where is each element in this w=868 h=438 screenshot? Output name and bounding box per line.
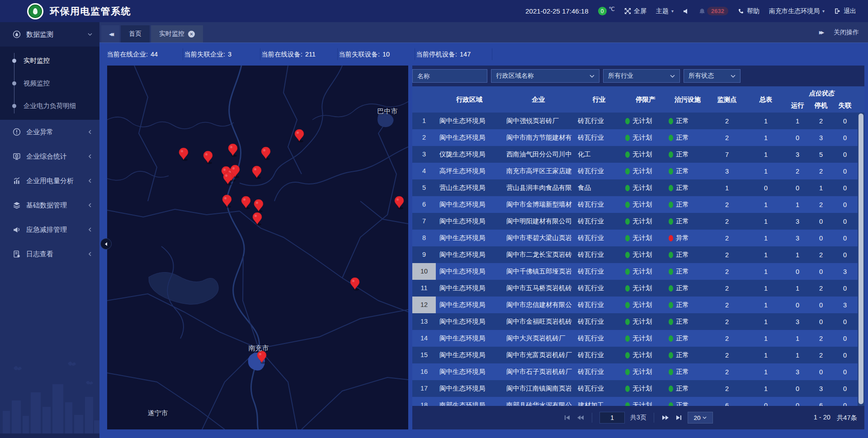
status-dot-icon — [669, 185, 673, 191]
table-row[interactable]: 9阆中生态环境局阆中市二龙长宝页岩砖砖瓦行业无计划正常21120 — [412, 246, 858, 263]
table-row[interactable]: 12阆中生态环境局阆中市忠信建材有限公砖瓦行业无计划正常21003 — [412, 297, 858, 313]
sidebar-item-enterprise-abnormal[interactable]: 企业异常 — [0, 120, 99, 144]
table-row[interactable]: 5营山生态环境局营山县润丰肉食品有限食品无计划正常10010 — [412, 179, 858, 196]
column-header-company: 企业 — [503, 86, 574, 113]
notifications-button[interactable]: 2632 — [699, 7, 728, 15]
table-row[interactable]: 3仪陇生态环境局西南油气田分公司川中化工无计划正常71350 — [412, 146, 858, 163]
sidebar-item-video-monitor[interactable]: 视频监控 — [0, 72, 99, 94]
stats-board-icon — [13, 152, 21, 160]
industry-filter-select[interactable]: 所有行业 — [603, 69, 680, 83]
stat-stopped-devices: 当前停机设备:147 — [415, 48, 492, 60]
table-row[interactable]: 15阆中生态环境局阆中市光富页岩机砖厂砖瓦行业无计划正常21120 — [412, 347, 858, 363]
table-row[interactable]: 8阆中生态环境局阆中市枣碧大梁山页岩砖瓦行业无计划异常21300 — [412, 230, 858, 246]
status-dot-icon — [669, 118, 673, 124]
help-button[interactable]: 帮助 — [738, 7, 760, 15]
table-row[interactable]: 2阆中生态环境局阆中市南方节能建材有砖瓦行业无计划正常21030 — [412, 129, 858, 146]
fullscreen-button[interactable]: 全屏 — [624, 7, 646, 15]
map-collapse-button[interactable] — [100, 238, 112, 250]
app-header: 环保用电监管系统 2021-02-25 17:46:18 0 ℃ 全屏 主题▾ — [0, 0, 868, 22]
table-row[interactable]: 14阆中生态环境局阆中大兴页岩机砖厂砖瓦行业无计划正常21120 — [412, 330, 858, 347]
column-header-region: 行政区域 — [436, 86, 503, 113]
sidebar-submenu: 实时监控 视频监控 企业电力负荷明细 — [0, 47, 99, 120]
speaker-icon — [683, 8, 689, 14]
map-city-label: 巴中市 — [377, 107, 398, 116]
sidebar-item-power-load-detail[interactable]: 企业电力负荷明细 — [0, 94, 99, 117]
table-row[interactable]: 11阆中生态环境局阆中市五马桥页岩机砖砖瓦行业无计划正常21120 — [412, 280, 858, 297]
sidebar-item-realtime-monitor[interactable]: 实时监控 — [0, 49, 99, 72]
table-rows: 1阆中生态环境局阆中强锐页岩砖厂砖瓦行业无计划正常211202阆中生态环境局阆中… — [412, 113, 864, 406]
table-row[interactable]: 18南部生态环境局南部县砖华水泥有限公建材加工无计划正常60060 — [412, 397, 858, 406]
status-dot-icon — [625, 202, 630, 208]
scrollbar-thumb[interactable] — [859, 113, 863, 404]
table-row[interactable]: 13阆中生态环境局阆中市金福旺页岩机砖砖瓦行业无计划正常21300 — [412, 313, 858, 330]
table-row[interactable]: 1阆中生态环境局阆中强锐页岩砖厂砖瓦行业无计划正常21120 — [412, 113, 858, 129]
stats-bar: 当前在线企业:44 当前失联企业:3 当前在线设备:211 当前失联设备:10 … — [99, 43, 868, 66]
last-page-button[interactable] — [675, 414, 682, 421]
status-dot-icon — [625, 352, 630, 358]
close-operations-button[interactable]: 关闭操作 — [834, 28, 859, 37]
org-menu[interactable]: 南充市生态环境局▾ — [769, 7, 825, 15]
column-header-lost: 失联 — [833, 98, 857, 113]
table-scrollbar[interactable] — [858, 113, 864, 406]
sound-toggle[interactable] — [683, 8, 689, 14]
logout-icon — [834, 8, 841, 14]
tab-realtime-monitor[interactable]: 实时监控 ✕ — [151, 25, 203, 42]
status-dot-icon — [669, 268, 673, 275]
page-size-select[interactable]: 20 — [688, 412, 713, 424]
chevron-down-icon — [731, 75, 736, 78]
table-row[interactable]: 10阆中生态环境局阆中千佛镇五郎垭页岩砖瓦行业无计划正常21003 — [412, 263, 858, 280]
status-dot-icon — [625, 235, 630, 241]
tabs-scroll-right-button[interactable]: ▶▶ — [819, 30, 822, 35]
sidebar-item-power-analysis[interactable]: 企业用电量分析 — [0, 169, 99, 193]
status-dot-icon — [669, 252, 673, 258]
page-number-input[interactable] — [599, 412, 625, 424]
sidebar-item-log-view[interactable]: 日志查看 — [0, 242, 99, 266]
status-dot-icon — [625, 252, 630, 258]
status-dot-icon — [669, 319, 673, 325]
stat-lost-enterprises: 当前失联企业:3 — [183, 48, 260, 60]
prev-page-button[interactable] — [576, 414, 585, 421]
status-dot-icon — [625, 285, 630, 292]
sidebar-item-emergency-reduction[interactable]: 应急减排管理 — [0, 217, 99, 242]
app-title: 环保用电监管系统 — [50, 5, 131, 18]
temperature-badge: 0 — [598, 7, 607, 15]
chevron-down-icon — [590, 75, 594, 78]
column-header-industry: 行业 — [574, 86, 624, 113]
content-area: 当前在线企业:44 当前失联企业:3 当前在线设备:211 当前失联设备:10 … — [99, 43, 868, 438]
table-row[interactable]: 17阆中生态环境局阆中市江南镇阆南页岩砖瓦行业无计划正常21030 — [412, 380, 858, 397]
table-row[interactable]: 6阆中生态环境局阆中市金博瑞新型墙材砖瓦行业无计划正常21120 — [412, 196, 858, 213]
status-dot-icon — [625, 218, 630, 225]
temperature-unit: ℃ — [609, 6, 615, 12]
layers-icon — [13, 201, 21, 209]
table-row[interactable]: 16阆中生态环境局阆中市石子页岩机砖厂砖瓦行业无计划正常21300 — [412, 363, 858, 380]
column-group-point-status: 点位状态 — [786, 86, 857, 98]
sidebar-item-enterprise-statistics[interactable]: 企业综合统计 — [0, 144, 99, 169]
chevron-left-icon — [88, 203, 92, 207]
status-filter-select[interactable]: 所有状态 — [684, 69, 741, 83]
tabs-scroll-left-button[interactable]: ◀◀ — [101, 25, 119, 42]
first-page-button[interactable] — [564, 414, 571, 421]
sidebar-item-base-data[interactable]: 基础数据管理 — [0, 193, 99, 217]
region-filter-select[interactable]: 行政区域名称 — [491, 69, 599, 83]
table-row[interactable]: 4高坪生态环境局南充市高坪区王家店建砖瓦行业无计划正常31220 — [412, 163, 858, 179]
theme-menu[interactable]: 主题▾ — [656, 7, 674, 15]
logout-button[interactable]: 退出 — [834, 7, 856, 15]
status-dot-icon — [625, 402, 630, 406]
table-body: 1阆中生态环境局阆中强锐页岩砖厂砖瓦行业无计划正常211202阆中生态环境局阆中… — [412, 113, 864, 406]
name-filter-input[interactable] — [412, 69, 487, 83]
chevron-left-icon — [88, 179, 92, 183]
total-pages-label: 共3页 — [630, 414, 646, 422]
map-label-layer: 巴中市南充市遂宁市 — [107, 66, 408, 429]
map-canvas[interactable]: 巴中市南充市遂宁市 — [107, 66, 408, 429]
status-dot-icon — [669, 168, 673, 174]
tab-home[interactable]: 首页 — [121, 25, 150, 42]
status-dot-icon — [669, 302, 673, 308]
table-row[interactable]: 7阆中生态环境局阆中明阳建材有限公司砖瓦行业无计划正常21300 — [412, 213, 858, 230]
sidebar-item-data-monitor[interactable]: 数据监测 — [0, 22, 99, 47]
table-header: 行政区域 企业 行业 停限产 治污设施 监测点 总表 点位状态 运行 停机 失联 — [412, 86, 864, 113]
bar-chart-icon — [13, 177, 21, 185]
enterprise-panel: 行政区域名称 所有行业 所有状态 — [412, 66, 864, 429]
notification-count-badge: 2632 — [707, 7, 728, 15]
next-page-button[interactable] — [661, 414, 670, 421]
close-icon[interactable]: ✕ — [188, 31, 195, 38]
